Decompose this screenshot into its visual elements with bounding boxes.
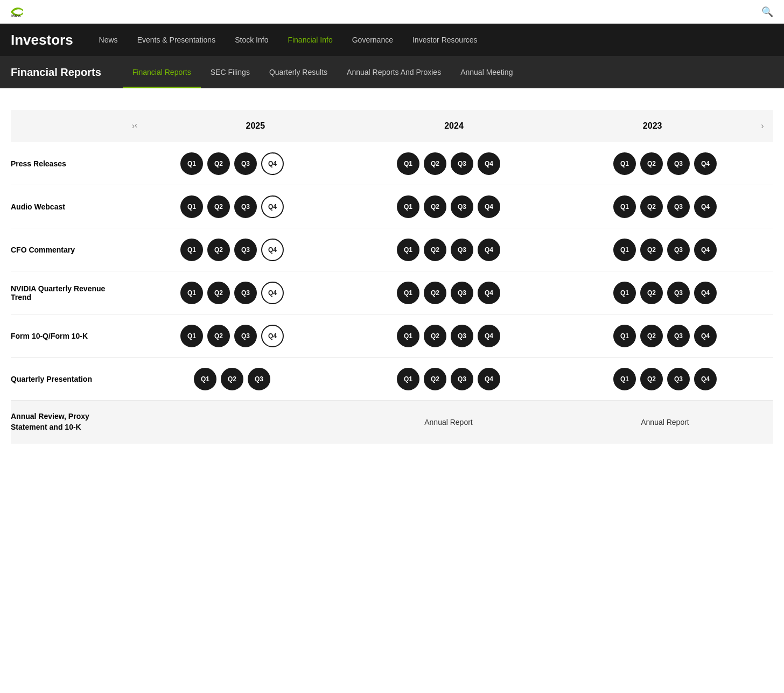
q1-btn[interactable]: Q1 xyxy=(180,239,203,261)
q1-btn[interactable]: Q1 xyxy=(180,195,203,218)
q1-btn[interactable]: Q1 xyxy=(397,368,419,390)
sub-nav-financial-reports[interactable]: Financial Reports xyxy=(123,56,201,88)
q4-btn-outline[interactable]: Q4 xyxy=(261,282,284,304)
q4-btn[interactable]: Q4 xyxy=(478,368,500,390)
annual-2024-link[interactable]: Annual Report xyxy=(424,418,473,426)
sub-nav-annual-meeting[interactable]: Annual Meeting xyxy=(451,56,522,88)
q1-btn[interactable]: Q1 xyxy=(397,325,419,347)
q2-btn[interactable]: Q2 xyxy=(424,282,446,304)
nav-link-governance[interactable]: Governance xyxy=(342,24,403,56)
q3-btn[interactable]: Q3 xyxy=(667,239,690,261)
q2-btn[interactable]: Q2 xyxy=(207,325,230,347)
q2-btn[interactable]: Q2 xyxy=(424,239,446,261)
q2-btn[interactable]: Q2 xyxy=(207,152,230,175)
q3-btn[interactable]: Q3 xyxy=(667,152,690,175)
q1-btn[interactable]: Q1 xyxy=(613,152,636,175)
q3-btn[interactable]: Q3 xyxy=(234,325,257,347)
revenue-trend-2024: Q1 Q2 Q3 Q4 xyxy=(340,274,557,312)
q4-btn[interactable]: Q4 xyxy=(694,152,717,175)
sub-nav-quarterly-results[interactable]: Quarterly Results xyxy=(260,56,337,88)
q2-btn[interactable]: Q2 xyxy=(640,368,663,390)
annual-2023-cell[interactable]: Annual Report xyxy=(557,407,773,437)
q2-btn[interactable]: Q2 xyxy=(640,325,663,347)
annual-2023-link[interactable]: Annual Report xyxy=(641,418,689,426)
prev-year-arrow[interactable]: › › xyxy=(124,121,145,131)
q3-btn[interactable]: Q3 xyxy=(451,368,473,390)
q4-btn[interactable]: Q4 xyxy=(694,325,717,347)
q1-btn[interactable]: Q1 xyxy=(397,152,419,175)
q1-btn[interactable]: Q1 xyxy=(194,368,216,390)
q3-btn[interactable]: Q3 xyxy=(451,325,473,347)
q2-btn[interactable]: Q2 xyxy=(424,368,446,390)
q4-btn[interactable]: Q4 xyxy=(694,368,717,390)
nav-link-events[interactable]: Events & Presentations xyxy=(128,24,226,56)
q4-btn[interactable]: Q4 xyxy=(478,152,500,175)
nav-link-news[interactable]: News xyxy=(89,24,128,56)
sub-nav-annual-reports[interactable]: Annual Reports And Proxies xyxy=(337,56,451,88)
search-icon[interactable]: 🔍 xyxy=(761,6,773,18)
q1-btn[interactable]: Q1 xyxy=(397,239,419,261)
q2-btn[interactable]: Q2 xyxy=(640,152,663,175)
q3-btn[interactable]: Q3 xyxy=(667,368,690,390)
q1-btn[interactable]: Q1 xyxy=(613,282,636,304)
q2-btn[interactable]: Q2 xyxy=(424,152,446,175)
q3-btn[interactable]: Q3 xyxy=(451,239,473,261)
q1-btn[interactable]: Q1 xyxy=(180,325,203,347)
q1-btn[interactable]: Q1 xyxy=(180,282,203,304)
q4-btn[interactable]: Q4 xyxy=(694,239,717,261)
nav-link-investor-resources[interactable]: Investor Resources xyxy=(403,24,487,56)
q1-btn[interactable]: Q1 xyxy=(397,282,419,304)
q4-btn-outline[interactable]: Q4 xyxy=(261,239,284,261)
q2-btn[interactable]: Q2 xyxy=(640,282,663,304)
row-form-10: Form 10-Q/Form 10-K Q1 Q2 Q3 Q4 Q1 Q2 Q3 xyxy=(11,314,773,358)
q3-btn[interactable]: Q3 xyxy=(667,282,690,304)
main-nav: Investors News Events & Presentations St… xyxy=(0,24,784,56)
row-years-revenue-trend: Q1 Q2 Q3 Q4 Q1 Q2 Q3 Q4 xyxy=(124,274,773,312)
year-2024: 2024 xyxy=(355,121,554,131)
q3-btn[interactable]: Q3 xyxy=(451,195,473,218)
q2-btn[interactable]: Q2 xyxy=(424,325,446,347)
q1-btn[interactable]: Q1 xyxy=(397,195,419,218)
annual-2024-cell[interactable]: Annual Report xyxy=(340,407,557,437)
q4-btn-outline[interactable]: Q4 xyxy=(261,195,284,218)
nav-link-stock-info[interactable]: Stock Info xyxy=(225,24,278,56)
q3-btn[interactable]: Q3 xyxy=(234,195,257,218)
q3-btn[interactable]: Q3 xyxy=(234,239,257,261)
audio-webcast-2023: Q1 Q2 Q3 Q4 xyxy=(557,187,773,226)
q3-btn[interactable]: Q3 xyxy=(248,368,270,390)
q4-btn-outline[interactable]: Q4 xyxy=(261,325,284,347)
q1-btn[interactable]: Q1 xyxy=(180,152,203,175)
q4-btn[interactable]: Q4 xyxy=(478,239,500,261)
q3-btn[interactable]: Q3 xyxy=(451,282,473,304)
press-releases-2023: Q1 Q2 Q3 Q4 xyxy=(557,144,773,183)
nav-link-financial-info[interactable]: Financial Info xyxy=(278,24,342,56)
q4-btn[interactable]: Q4 xyxy=(478,195,500,218)
q3-btn[interactable]: Q3 xyxy=(234,152,257,175)
q3-btn[interactable]: Q3 xyxy=(451,152,473,175)
q1-btn[interactable]: Q1 xyxy=(613,325,636,347)
q3-btn[interactable]: Q3 xyxy=(234,282,257,304)
row-years-quarterly-presentation: Q1 Q2 Q3 Q1 Q2 Q3 Q4 Q1 xyxy=(124,360,773,398)
q4-btn-outline[interactable]: Q4 xyxy=(261,152,284,175)
q1-btn[interactable]: Q1 xyxy=(613,195,636,218)
q1-btn[interactable]: Q1 xyxy=(613,239,636,261)
quarter-buttons: Q1 Q2 Q3 Q4 xyxy=(180,325,284,347)
q4-btn[interactable]: Q4 xyxy=(478,325,500,347)
q2-btn[interactable]: Q2 xyxy=(640,239,663,261)
q3-btn[interactable]: Q3 xyxy=(667,325,690,347)
q1-btn[interactable]: Q1 xyxy=(613,368,636,390)
q2-btn[interactable]: Q2 xyxy=(640,195,663,218)
q2-btn[interactable]: Q2 xyxy=(207,239,230,261)
q4-btn[interactable]: Q4 xyxy=(694,195,717,218)
q2-btn[interactable]: Q2 xyxy=(424,195,446,218)
q2-btn[interactable]: Q2 xyxy=(207,195,230,218)
q2-btn[interactable]: Q2 xyxy=(221,368,243,390)
q3-btn[interactable]: Q3 xyxy=(667,195,690,218)
q4-btn[interactable]: Q4 xyxy=(694,282,717,304)
q2-btn[interactable]: Q2 xyxy=(207,282,230,304)
year-cells: 2025 2024 2023 xyxy=(156,121,752,131)
next-year-arrow[interactable]: › xyxy=(752,121,773,131)
row-cfo-commentary: CFO Commentary Q1 Q2 Q3 Q4 Q1 Q2 Q3 Q xyxy=(11,228,773,271)
q4-btn[interactable]: Q4 xyxy=(478,282,500,304)
sub-nav-sec-filings[interactable]: SEC Filings xyxy=(201,56,260,88)
